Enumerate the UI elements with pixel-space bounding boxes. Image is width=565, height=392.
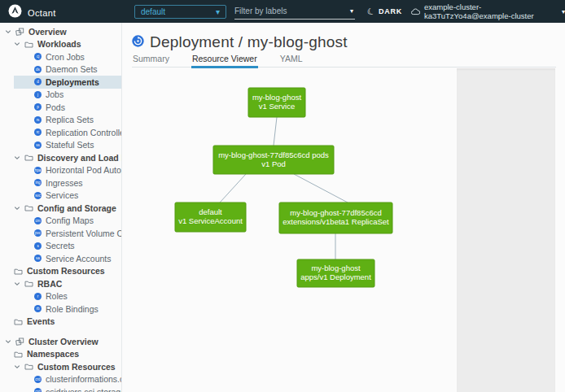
sidebar-item-persistent-volume-claims[interactable]: pvcPersistent Volume Claims bbox=[0, 227, 121, 240]
sidebar-item-custom-resources[interactable]: Custom Resources bbox=[0, 360, 121, 373]
sidebar-item-label: Stateful Sets bbox=[46, 140, 94, 150]
graph-node-pod[interactable]: my-blog-ghost-77df85c6cd podsv1 Pod bbox=[213, 146, 334, 174]
tab-bar: SummaryResource ViewerYAML bbox=[132, 54, 556, 68]
sidebar-item-csidrivers-csi-storage-k8s-io[interactable]: crdcsidrivers.csi.storage.k8s.io bbox=[0, 385, 121, 392]
filter-input[interactable] bbox=[234, 7, 350, 15]
sidebar-item-daemon-sets[interactable]: dsDaemon Sets bbox=[0, 63, 121, 76]
folder-icon bbox=[14, 268, 23, 275]
sidebar-item-service-accounts[interactable]: saService Accounts bbox=[0, 252, 121, 265]
sidebar-item-clusterinformations-crd-projec[interactable]: crdclusterinformations.crd.projec bbox=[0, 373, 121, 386]
sidebar-item-cron-jobs[interactable]: cjCron Jobs bbox=[0, 50, 121, 63]
graph-node-label: apps/v1 Deployment bbox=[300, 272, 371, 281]
sidebar-item-label: clusterinformations.crd.projec bbox=[46, 374, 121, 384]
sidebar-item-label: Replica Sets bbox=[46, 115, 94, 124]
chevron-down-icon[interactable] bbox=[5, 338, 11, 345]
graph-node-label: v1 ServiceAccount bbox=[178, 216, 243, 225]
sidebar-item-label: Pods bbox=[46, 102, 65, 112]
sidebar-item-config-and-storage[interactable]: Config and Storage bbox=[0, 202, 121, 215]
context-selector[interactable]: example-cluster-ka3TuTzYo4a@example-clus… bbox=[411, 0, 565, 23]
graph-node-replicaset[interactable]: my-blog-ghost-77df85c6cdextensions/v1bet… bbox=[279, 203, 392, 233]
sidebar-item-config-maps[interactable]: cmConfig Maps bbox=[0, 215, 121, 228]
graph-node-label: default bbox=[199, 207, 222, 216]
chevron-down-icon: ▾ bbox=[216, 7, 220, 16]
sidebar-item-label: Role Bindings bbox=[46, 304, 99, 314]
sidebar-item-label: Roles bbox=[46, 291, 68, 301]
sidebar-item-label: Persistent Volume Claims bbox=[46, 229, 121, 238]
sidebar-item-events[interactable]: Events bbox=[0, 316, 121, 329]
sidebar-item-label: Custom Resources bbox=[27, 266, 105, 276]
resource-icon: r bbox=[34, 293, 42, 300]
namespace-value: default bbox=[141, 7, 165, 16]
graph-node-label: my-blog-ghost bbox=[252, 93, 302, 102]
resource-icon: rb bbox=[34, 305, 42, 312]
sidebar-item-rbac[interactable]: RBAC bbox=[0, 277, 121, 290]
sidebar-item-label: Namespaces bbox=[27, 349, 79, 359]
resource-icon: cm bbox=[34, 217, 42, 224]
resource-icon: rc bbox=[34, 128, 42, 136]
sidebar-item-label: Services bbox=[46, 190, 78, 200]
sidebar-item-label: Replication Controllers bbox=[46, 128, 121, 137]
sidebar-item-label: Cron Jobs bbox=[46, 52, 85, 62]
graph-node-deployment[interactable]: my-blog-ghostapps/v1 Deployment bbox=[297, 259, 374, 287]
sidebar-item-ingresses[interactable]: ingIngresses bbox=[0, 176, 121, 189]
folder-icon bbox=[14, 318, 23, 325]
deployment-icon bbox=[132, 35, 144, 50]
resource-graph-canvas: my-blog-ghostv1 Servicemy-blog-ghost-77d… bbox=[122, 68, 457, 392]
resource-icon: d bbox=[34, 78, 42, 85]
sidebar-item-workloads[interactable]: Workloads bbox=[0, 38, 121, 51]
resource-icon: s bbox=[34, 242, 42, 250]
app-title: Octant bbox=[28, 8, 56, 18]
chevron-down-icon[interactable] bbox=[14, 155, 20, 161]
tab-resource-viewer[interactable]: Resource Viewer bbox=[191, 54, 258, 68]
sidebar-item-roles[interactable]: rRoles bbox=[0, 290, 121, 303]
sidebar-item-role-bindings[interactable]: rbRole Bindings bbox=[0, 303, 121, 316]
chevron-down-icon[interactable] bbox=[5, 28, 11, 35]
folder-icon bbox=[24, 204, 33, 211]
theme-toggle-label: DARK bbox=[379, 7, 402, 15]
resource-icon: crd bbox=[34, 376, 42, 383]
sidebar-item-discovery-and-load-balancing[interactable]: Discovery and Load Balancing bbox=[0, 151, 121, 164]
sidebar-item-jobs[interactable]: jJobs bbox=[0, 89, 121, 102]
resource-icon: hpa bbox=[34, 167, 42, 174]
theme-toggle[interactable]: ☾ DARK bbox=[367, 0, 402, 23]
chevron-down-icon[interactable]: ▾ bbox=[350, 7, 355, 15]
sidebar-item-overview[interactable]: Overview bbox=[0, 25, 121, 38]
apps-icon bbox=[15, 28, 24, 36]
namespace-selector[interactable]: default ▾ bbox=[134, 5, 226, 19]
sidebar-item-replica-sets[interactable]: rsReplica Sets bbox=[0, 114, 121, 127]
sidebar-item-custom-resources[interactable]: Custom Resources bbox=[0, 265, 121, 278]
sidebar-item-deployments[interactable]: dDeployments bbox=[0, 76, 121, 89]
tab-summary[interactable]: Summary bbox=[132, 54, 170, 67]
sidebar-item-replication-controllers[interactable]: rcReplication Controllers bbox=[0, 126, 121, 139]
chevron-down-icon[interactable] bbox=[14, 281, 20, 287]
moon-icon: ☾ bbox=[366, 5, 377, 18]
sidebar-item-services[interactable]: svcServices bbox=[0, 189, 121, 203]
sidebar-item-label: Secrets bbox=[46, 241, 75, 250]
cluster-icon bbox=[411, 4, 420, 19]
sidebar-item-label: Cluster Overview bbox=[28, 337, 99, 346]
sidebar-item-secrets[interactable]: sSecrets bbox=[0, 240, 121, 253]
resource-icon: p bbox=[34, 103, 42, 111]
resource-icon: ing bbox=[34, 179, 42, 186]
sidebar-item-label: Events bbox=[27, 316, 55, 326]
graph-edge bbox=[220, 174, 246, 203]
sidebar-item-namespaces[interactable]: Namespaces bbox=[0, 348, 121, 361]
app-header: Octant default ▾ ▾ ☾ DARK example-cluste… bbox=[0, 0, 565, 23]
sidebar-item-label: Config Maps bbox=[46, 216, 94, 225]
graph-node-serviceaccount[interactable]: defaultv1 ServiceAccount bbox=[175, 203, 246, 232]
chevron-down-icon[interactable] bbox=[14, 41, 20, 47]
chevron-down-icon[interactable] bbox=[14, 205, 20, 211]
resource-icon: svc bbox=[34, 192, 42, 199]
sidebar-item-cluster-overview[interactable]: Cluster Overview bbox=[0, 335, 121, 348]
folder-icon bbox=[14, 351, 23, 358]
sidebar-item-stateful-sets[interactable]: ssStateful Sets bbox=[0, 139, 121, 152]
sidebar-item-label: Config and Storage bbox=[37, 203, 116, 213]
tab-yaml[interactable]: YAML bbox=[279, 54, 304, 67]
sidebar-item-label: Discovery and Load Balancing bbox=[37, 153, 121, 163]
sidebar-item-pods[interactable]: pPods bbox=[0, 101, 121, 114]
graph-node-service[interactable]: my-blog-ghostv1 Service bbox=[248, 88, 305, 117]
sidebar-item-horizontal-pod-autoscalers[interactable]: hpaHorizontal Pod Autoscalers bbox=[0, 164, 121, 177]
resource-icon: j bbox=[34, 91, 42, 98]
graph-edge bbox=[274, 117, 277, 146]
chevron-down-icon[interactable] bbox=[14, 364, 20, 370]
